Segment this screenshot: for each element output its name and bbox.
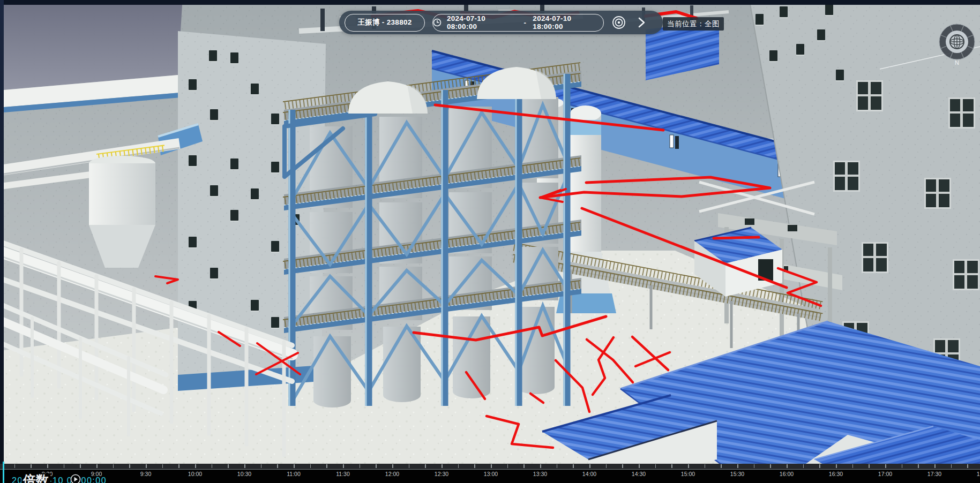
timeline-major-tick: [343, 464, 344, 468]
timeline-minor-tick: [622, 464, 623, 468]
timeline-minor-tick: [31, 464, 32, 468]
timeline-minor-tick: [425, 464, 426, 468]
timeline-minor-tick: [80, 464, 81, 468]
timeline-minor-tick: [902, 464, 903, 468]
timeline-minor-tick: [310, 464, 311, 468]
person-select[interactable]: 王振博 - 238802: [345, 14, 425, 32]
timeline-minor-tick: [129, 464, 130, 468]
timeline-minor-tick: [705, 464, 706, 468]
compass-ring: [939, 24, 975, 59]
timeline-major-tick: [195, 464, 196, 468]
timeline-minor-tick: [918, 464, 919, 468]
timeline-minor-tick: [277, 464, 278, 468]
timeline-minor-tick: [507, 464, 508, 468]
timeline-playhead[interactable]: [3, 462, 4, 483]
timeline-major-tick: [491, 464, 492, 468]
timeline-minor-tick: [458, 464, 459, 468]
timeline-minor-tick: [869, 464, 870, 468]
playback-play-button[interactable]: [70, 473, 81, 483]
roof-slab-top-left: [4, 5, 188, 112]
timeline-minor-tick: [360, 464, 361, 468]
viewport-top-edge: [0, 0, 980, 5]
timeline-minor-tick: [770, 464, 771, 468]
timeline-track[interactable]: [0, 464, 980, 470]
time-separator: -: [524, 19, 527, 27]
compass-north-label: N: [955, 59, 959, 66]
locate-button[interactable]: [611, 15, 626, 30]
timeline-minor-tick: [852, 464, 854, 468]
timeline-major-tick: [836, 464, 837, 468]
timeline-minor-tick: [573, 464, 574, 468]
play-icon: [70, 473, 81, 483]
timeline-minor-tick: [819, 464, 820, 468]
timeline-minor-tick: [967, 464, 968, 468]
timeline-major-tick: [737, 464, 738, 468]
timeline-minor-tick: [951, 464, 952, 468]
timeline-major-tick: [442, 464, 443, 468]
timeline-minor-tick: [212, 464, 213, 468]
timeline-major-tick: [146, 464, 147, 468]
play-route-button[interactable]: [634, 15, 649, 30]
timeline-minor-tick: [606, 464, 607, 468]
timeline-major-tick: [589, 464, 590, 468]
timeline-major-tick: [934, 464, 936, 468]
timeline-minor-tick: [671, 464, 672, 468]
timeline-minor-tick: [523, 464, 525, 468]
timeline-minor-tick: [113, 464, 114, 468]
timeline-major-tick: [244, 464, 245, 468]
timeline-minor-tick: [557, 464, 558, 468]
timeline-major-tick: [96, 464, 98, 468]
timeline-major-tick: [294, 464, 295, 468]
timeline-minor-tick: [228, 464, 229, 468]
viewport-left-edge: [0, 0, 4, 483]
timeline-minor-tick: [409, 464, 410, 468]
globe-icon: [950, 35, 964, 49]
compass-gizmo[interactable]: N: [937, 21, 977, 66]
timeline-major-tick: [688, 464, 689, 468]
timeline-minor-tick: [376, 464, 377, 468]
timeline-minor-tick: [754, 464, 755, 468]
playback-speed-label[interactable]: 倍数: [21, 473, 50, 483]
timeline-minor-tick: [261, 464, 262, 468]
timeline-minor-tick: [64, 464, 65, 468]
timeline-minor-tick: [14, 464, 16, 468]
timeline-major-tick: [787, 464, 788, 468]
route-toolbar: 王振博 - 238802 2024-07-10 08:00:00 - 2024-…: [339, 11, 663, 34]
chevron-right-icon: [637, 17, 646, 28]
timeline-minor-tick: [474, 464, 475, 468]
target-icon: [612, 16, 626, 29]
time-start: 2024-07-10 08:00:00: [447, 14, 518, 31]
timeline-background: [0, 469, 980, 483]
timeline-minor-tick: [178, 464, 179, 468]
clock-icon: [433, 18, 442, 27]
timeline-major-tick: [639, 464, 640, 468]
timeline-minor-tick: [326, 464, 327, 468]
time-end: 2024-07-10 18:00:00: [533, 14, 603, 31]
timeline-major-tick: [885, 464, 886, 468]
current-location-badge: 当前位置：全图: [663, 17, 724, 31]
timeline-minor-tick: [803, 464, 804, 468]
current-location-text: 当前位置：全图: [667, 19, 720, 29]
person-label: 王振博 - 238802: [357, 18, 412, 27]
time-range-picker[interactable]: 2024-07-10 08:00:00 - 2024-07-10 18:00:0…: [432, 14, 604, 32]
timeline-major-tick: [47, 464, 48, 468]
timeline-minor-tick: [655, 464, 656, 468]
timeline-minor-tick: [721, 464, 722, 468]
scene-3d-viewport[interactable]: [0, 0, 980, 483]
timeline-major-tick: [540, 464, 541, 468]
timeline-minor-tick: [162, 464, 163, 468]
timeline: 8:309:009:3010:0010:3011:0011:3012:0012:…: [0, 462, 980, 483]
timeline-major-tick: [392, 464, 393, 468]
